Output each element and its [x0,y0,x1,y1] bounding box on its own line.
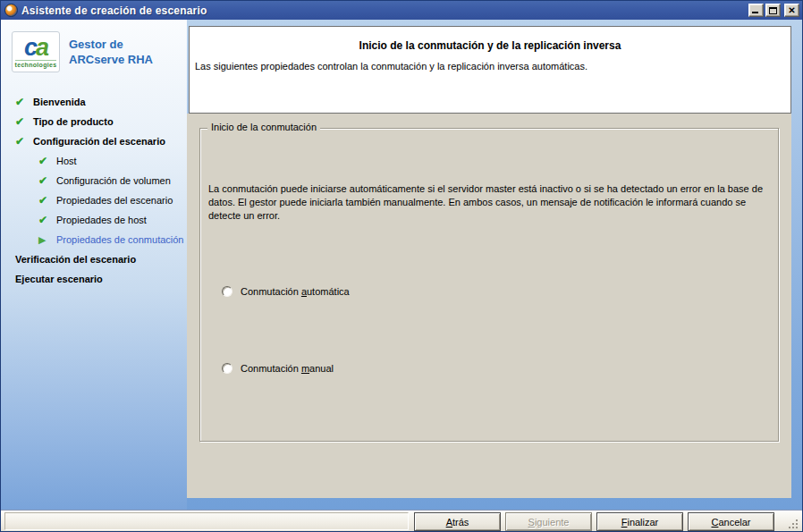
app-icon [4,4,18,17]
resize-grip[interactable] [787,518,799,530]
brand-area: ca technologies Gestor de ARCserve RHA [12,31,153,72]
switchover-description: La conmutación puede iniciarse automátic… [208,182,781,223]
groupbox-title: Inicio de la conmutación [207,122,320,132]
content-panel: Inicio de la conmutación La conmutación … [187,114,791,498]
statusbar-panel [4,512,409,530]
app-name-line1: Gestor de [69,37,153,52]
sidebar-step-host: ✔ Host [1,151,187,171]
finalizar-button[interactable]: Finalizar [596,512,683,531]
minimize-button[interactable] [748,4,764,17]
sidebar-step-propiedades-de-host: ✔ Propiedades de host [1,210,187,230]
window-controls: ✕ [748,4,799,17]
groupbox-inicio-conmutacion: Inicio de la conmutación La conmutación … [199,128,779,442]
cancelar-button[interactable]: Cancelar [688,512,774,531]
sidebar-step-bienvenida: ✔ Bienvenida [1,92,187,112]
wizard-steps-list: ✔ Bienvenida ✔ Tipo de producto ✔ Config… [1,92,187,289]
radio-label: Conmutación automática [241,286,350,297]
window-body: ca technologies Gestor de ARCserve RHA ✔… [1,20,802,532]
radio-button-icon[interactable] [222,286,232,297]
page-subtitle: Las siguientes propiedades controlan la … [195,61,790,72]
radio-label: Conmutación manual [241,363,334,374]
check-icon: ✔ [15,136,33,147]
page-title: Inicio de la conmutación y de la replica… [190,39,790,52]
ca-logo-subtext: technologies [15,60,57,69]
window-title: Asistente de creación de escenario [21,4,748,17]
wizard-window: Asistente de creación de escenario ✕ ca … [0,0,803,532]
sidebar-step-tipo-de-producto: ✔ Tipo de producto [1,112,187,131]
sidebar-step-configuracion-del-escenario: ✔ Configuración del escenario [1,131,187,151]
check-icon: ✔ [38,215,56,225]
sidebar-step-ejecutar-escenario: Ejecutar escenario [1,269,187,289]
close-button[interactable]: ✕ [784,4,799,17]
sidebar-step-propiedades-de-conmutacion: ▶ Propiedades de conmutación [1,230,187,249]
resize-grip-dots [796,527,798,528]
sidebar: ca technologies Gestor de ARCserve RHA ✔… [1,20,187,510]
app-name-line2: ARCserve RHA [69,52,153,67]
titlebar: Asistente de creación de escenario ✕ [1,1,802,20]
radio-button-icon[interactable] [222,363,232,374]
radio-conmutacion-automatica[interactable]: Conmutación automática [222,286,350,297]
statusbar: Atrás Siguiente Finalizar Cancelar [1,510,802,532]
check-icon: ✔ [15,97,33,107]
atras-button[interactable]: Atrás [414,512,501,531]
sidebar-step-propiedades-del-escenario: ✔ Propiedades del escenario [1,190,187,210]
check-icon: ✔ [38,156,56,166]
ca-logo-text: ca [24,36,47,60]
check-icon: ✔ [38,195,56,206]
sidebar-step-configuracion-de-volumen: ✔ Configuración de volumen [1,171,187,190]
sidebar-step-verificacion-del-escenario: Verificación del escenario [1,249,187,269]
siguiente-button: Siguiente [505,512,592,531]
check-icon: ✔ [38,175,56,186]
current-step-arrow-icon: ▶ [38,234,56,245]
maximize-icon [769,7,777,14]
radio-conmutacion-manual[interactable]: Conmutación manual [222,363,334,374]
maximize-button[interactable] [765,4,781,17]
header-panel: Inicio de la conmutación y de la replica… [189,26,791,114]
ca-technologies-logo: ca technologies [12,31,60,72]
close-icon: ✕ [785,4,799,16]
minimize-icon [752,12,758,13]
check-icon: ✔ [15,116,33,127]
app-name: Gestor de ARCserve RHA [69,31,153,67]
